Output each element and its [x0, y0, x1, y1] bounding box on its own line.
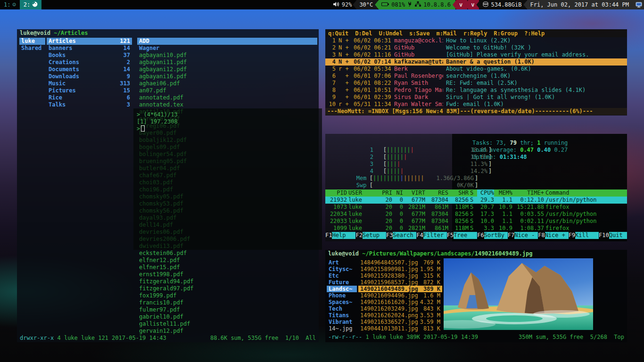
mutt-message-row[interactable]: 2 N + 06/02 06:21 GitHub Welcome to GitH… [325, 44, 627, 51]
mutt-message-row[interactable]: 1 N + 06/02 06:31 manguza@cock.li How to… [325, 37, 627, 44]
process-row[interactable]: 22033 luke 20 0 677M 87304 8256 S 10.0 1… [325, 218, 627, 225]
directory-row[interactable]: Music313 [47, 80, 132, 87]
file-size: 813 K [423, 325, 440, 332]
mutt-message-row[interactable]: 3 N + 06/02 11:16 GitHub [GitHub] Please… [325, 51, 627, 58]
file-row[interactable]: fitzgerald94.pdf [137, 278, 317, 285]
directory-row[interactable]: banners14 [47, 45, 132, 52]
mutt-menu-item[interactable]: U:Undel [379, 30, 403, 37]
fkey-button[interactable]: F4Filter [416, 232, 446, 239]
image-file-row[interactable]: 1490215968537.jpg872 K [358, 279, 442, 286]
image-file-row[interactable]: 1490216049489.jpg389 K [358, 286, 442, 292]
file-row[interactable]: eckstein06.pdf [137, 250, 317, 257]
parent-dir-row[interactable]: luke [19, 38, 45, 45]
mutt-menu-item[interactable]: q:Quit [328, 30, 348, 37]
mutt-menu-item[interactable]: m:Mail [436, 30, 456, 37]
parent-dir-row[interactable]: Vibrant [327, 319, 357, 325]
parent-dir-row[interactable]: Titans [327, 312, 357, 319]
fkey-button[interactable]: F1Help [325, 232, 355, 239]
directory-row[interactable]: Pictures15 [47, 87, 132, 94]
image-file-row[interactable]: 1490216262024.png3.53 M [358, 312, 442, 319]
directory-row[interactable]: Articles121 [47, 38, 132, 45]
file-size: 1.6 M [423, 292, 440, 299]
file-row[interactable]: Wagner [137, 45, 317, 52]
fkey-button[interactable]: F10Quit [599, 232, 627, 239]
image-file-row[interactable]: 1490215890981.jpg1.95 M [358, 266, 442, 272]
file-row[interactable]: agbayani11.pdf [137, 59, 317, 66]
image-file-row[interactable]: 1490216094496.jpg1.6 M [358, 292, 442, 299]
file-row[interactable]: fox1999.pdf [137, 292, 317, 299]
htop-table-header[interactable]: PIDUSERPRINIVIRTRESSHRSCPU%MEM%TIME+Comm… [325, 189, 627, 197]
mutt-message-row[interactable]: 5 r + 06/02 05:34 Berk About video-games… [325, 66, 627, 73]
mutt-menu-item[interactable]: D:Del [355, 30, 372, 37]
systray-icon[interactable] [634, 0, 644, 9]
parent-dir-row[interactable]: Phone [327, 292, 357, 299]
image-file-row[interactable]: 1490215928380.jpg315 K [358, 272, 442, 279]
image-file-row[interactable]: 1490441013011.jpg813 K [358, 325, 442, 332]
mutt-message-row[interactable]: 10 r + 05/31 11:34 Ryan Walter Smi Fwd: … [325, 101, 627, 108]
mutt-menu-item[interactable]: s:Save [409, 30, 429, 37]
file-row[interactable]: annotated.tex [137, 101, 317, 108]
file-row[interactable]: gervain12.pdf [137, 328, 317, 335]
parent-dir-row[interactable]: Citysc~ [327, 266, 357, 272]
directory-row[interactable]: Books37 [47, 52, 132, 59]
file-row[interactable]: elfner12.pdf [137, 257, 317, 264]
parent-dir-row[interactable]: 14~.jpg [327, 325, 357, 332]
mutt-message-row[interactable]: 4 N + 06/02 07:14 kafkazwana@tuta Banner… [325, 58, 627, 66]
directory-row[interactable]: Creations2 [47, 59, 132, 66]
file-row[interactable]: elfner15.pdf [137, 264, 317, 271]
workspace-1-button[interactable]: 1:☺ [0, 0, 20, 9]
item-count: 3 [127, 101, 130, 108]
parent-dir-row[interactable]: Tech [327, 305, 357, 312]
file-row[interactable]: fulmer97.pdf [137, 306, 317, 313]
file-row[interactable]: ernst1998.pdf [137, 271, 317, 278]
calc-prompt-line[interactable]: > [137, 125, 319, 132]
fkey-button[interactable]: F6SortBy [477, 232, 507, 239]
file-row[interactable]: agbayani10.pdf [137, 52, 317, 59]
file-row[interactable]: fitzgerald97.pdf [137, 285, 317, 292]
directory-row[interactable]: Talks3 [47, 101, 132, 108]
mutt-menu-item[interactable]: r:Reply [463, 30, 487, 37]
parent-dir-row[interactable]: Spaces~ [327, 299, 357, 305]
image-file-row[interactable]: 1490216336527.jpg3.59 M [358, 319, 442, 325]
process-row[interactable]: 1099 luke 20 0 2821M 861M 118M S 3.3 10.… [325, 225, 627, 232]
file-row[interactable]: agbayani12.pdf [137, 66, 317, 73]
process-row[interactable]: 1073 luke 20 0 2821M 861M 118M S 20.7 10… [325, 204, 627, 211]
parent-dir-row[interactable]: Art [327, 259, 357, 266]
directory-row[interactable]: Rice6 [47, 94, 132, 101]
fkey-button[interactable]: F2Setup [355, 232, 386, 239]
fkey-button[interactable]: F7Nice - [508, 232, 538, 239]
directory-row[interactable]: Downloads9 [47, 73, 132, 80]
sort-column-header[interactable]: CPU% [477, 189, 494, 197]
mutt-message-row[interactable]: 9 + 06/01 02:39 Sirus Dark Sirus | Got i… [325, 94, 627, 101]
mutt-menu-item[interactable]: R:Group [494, 30, 518, 37]
file-size: 843 K [423, 305, 440, 312]
file-row[interactable]: agbayani16.pdf [137, 73, 317, 80]
image-file-row[interactable]: 1490216203249.jpg843 K [358, 305, 442, 312]
parent-dir-row[interactable]: Landsc~ [327, 286, 357, 292]
parent-dir-row[interactable]: Future [327, 279, 357, 286]
fkey-button[interactable]: F8Nice + [538, 232, 568, 239]
fkey-button[interactable]: F3Search [386, 232, 416, 239]
file-row[interactable]: ADD [137, 38, 317, 45]
mutt-message-row[interactable]: 7 + 06/01 08:22 Ryan Smith RE: Fwd: emai… [325, 80, 627, 87]
file-row[interactable]: aghaei06.pdf [137, 80, 317, 87]
file-row[interactable]: annotated.pdf [137, 94, 317, 101]
mutt-message-row[interactable]: 8 + 06/01 10:51 Pedro Tiago Mar Re: lang… [325, 87, 627, 94]
file-row[interactable]: gallistel11.pdf [137, 321, 317, 328]
file-row[interactable]: francis10.pdf [137, 299, 317, 306]
fkey-button[interactable]: F9Kill [569, 232, 599, 239]
image-file-row[interactable]: 1484964845507.jpg769 K [358, 259, 442, 266]
fkey-button[interactable]: F5Tree [447, 232, 477, 239]
mutt-message-row[interactable]: 6 + 06/01 07:06 Paul Rosenberge searchen… [325, 73, 627, 80]
image-file-row[interactable]: 1490216161620.jpg4.32 M [358, 299, 442, 305]
file-row[interactable]: gabriel10.pdf [137, 313, 317, 321]
file-row[interactable]: an07.pdf [137, 87, 317, 94]
process-row[interactable]: 22034 luke 20 0 677M 87304 8256 S 17.3 1… [325, 211, 627, 218]
process-row[interactable]: 21932 luke 20 0 677M 87304 8256 S 29.3 1… [325, 197, 627, 204]
workspace-2-button[interactable]: 2: [20, 0, 41, 9]
mutt-menu-item[interactable]: ?:Help [524, 30, 545, 37]
ranger-path: ~/Articles [54, 30, 88, 36]
parent-dir-row[interactable]: Etc [327, 272, 357, 279]
directory-row[interactable]: Documents14 [47, 66, 132, 73]
parent-dir-row[interactable]: Shared [19, 45, 45, 52]
